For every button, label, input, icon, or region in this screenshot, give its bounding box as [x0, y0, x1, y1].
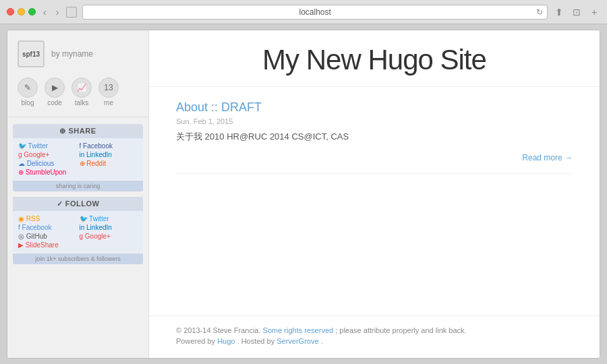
forward-button[interactable]: › [54, 7, 61, 18]
refresh-icon[interactable]: ↻ [536, 7, 543, 17]
footer-hosted-prefix: . Hosted by [237, 337, 275, 345]
sidebar-divider-1 [7, 117, 148, 117]
nav-me-label: me [104, 99, 113, 107]
code-icon: ▶ [45, 78, 65, 98]
nav-talks-label: talks [75, 99, 89, 107]
brand-area: spf13 by myname [7, 40, 148, 78]
follow-footer[interactable]: join 1k+ subscribers & followers [13, 253, 143, 264]
follow-rss[interactable]: ◉ RSS [18, 215, 77, 222]
post-item: About :: DRAFT Sun, Feb 1, 2015 关于我 2010… [176, 100, 573, 174]
share-grid: 🐦 Twitter f Facebook g Google+ in Linked… [18, 142, 138, 176]
footer-rights-suffix: ; please attribute properly and link bac… [335, 326, 466, 334]
follow-section: ✓ FOLLOW ◉ RSS 🐦 Twitter f Facebook in L… [13, 197, 143, 264]
follow-header: ✓ FOLLOW [13, 197, 143, 211]
footer-copyright: © 2013-14 Steve Francia. [176, 326, 261, 334]
follow-body: ◉ RSS 🐦 Twitter f Facebook in LinkedIn ◎… [13, 211, 143, 253]
me-icon: 13 [98, 78, 119, 98]
share-body: 🐦 Twitter f Facebook g Google+ in Linked… [13, 138, 143, 180]
follow-twitter[interactable]: 🐦 Twitter [80, 215, 138, 222]
nav-code-label: code [47, 99, 62, 107]
brand-logo[interactable]: spf13 [18, 40, 45, 67]
follow-grid: ◉ RSS 🐦 Twitter f Facebook in LinkedIn ◎… [18, 215, 138, 249]
follow-github[interactable]: ◎ GitHub [18, 233, 77, 240]
post-title[interactable]: About :: DRAFT [176, 100, 573, 115]
talks-icon: 📈 [71, 78, 92, 98]
main-content: My New Hugo Site About :: DRAFT Sun, Feb… [149, 30, 600, 358]
blog-icon: ✎ [18, 78, 38, 98]
new-window-icon[interactable]: + [588, 6, 600, 18]
nav-blog[interactable]: ✎ blog [18, 78, 38, 107]
post-date: Sun, Feb 1, 2015 [176, 117, 573, 125]
minimize-button[interactable] [18, 8, 25, 16]
bookmark-icon[interactable]: ⊡ [571, 6, 583, 18]
follow-facebook[interactable]: f Facebook [18, 224, 77, 231]
post-excerpt: 关于我 2010 HR@RUC 2014 CS@ICT, CAS [176, 131, 573, 143]
read-more-row: Read more → [176, 151, 573, 174]
follow-linkedin[interactable]: in LinkedIn [80, 224, 138, 231]
share-delicious[interactable]: ☁ Delicious [18, 160, 77, 167]
share-footer[interactable]: sharing is caring [13, 181, 143, 191]
url-text: localhost [299, 7, 330, 17]
footer-line-2: Powered by Hugo . Hosted by ServerGrove … [176, 337, 573, 345]
browser-chrome: ‹ › localhost ↻ ⬆ ⊡ + [0, 0, 607, 24]
share-icon[interactable]: ⬆ [553, 6, 565, 18]
share-stumbleupon[interactable]: ⊕ StumbleUpon [18, 169, 77, 176]
share-linkedin[interactable]: in LinkedIn [80, 151, 138, 158]
follow-slideshare[interactable]: ▶ SlideShare [18, 241, 77, 249]
share-facebook[interactable]: f Facebook [80, 142, 138, 150]
share-googleplus[interactable]: g Google+ [18, 151, 77, 158]
nav-talks[interactable]: 📈 talks [71, 78, 92, 107]
back-button[interactable]: ‹ [41, 7, 49, 18]
content-area: About :: DRAFT Sun, Feb 1, 2015 关于我 2010… [149, 87, 600, 315]
new-tab-button[interactable] [66, 7, 77, 18]
share-reddit[interactable]: ⊕ Reddit [80, 160, 138, 167]
close-button[interactable] [7, 8, 14, 16]
footer-rights-link[interactable]: Some rights reserved [263, 326, 334, 334]
address-bar[interactable]: localhost ↻ [82, 5, 548, 20]
nav-me[interactable]: 13 me [98, 78, 119, 107]
traffic-lights [7, 8, 36, 16]
footer-servergrove-link[interactable]: ServerGrove [277, 337, 318, 345]
nav-icons: ✎ blog ▶ code 📈 talks 13 me [7, 78, 148, 110]
brand-logo-text: spf13 [22, 51, 40, 58]
footer-hosted-suffix: . [321, 337, 323, 345]
nav-code[interactable]: ▶ code [45, 78, 65, 107]
site-header: My New Hugo Site [149, 30, 600, 87]
brand-byline: by myname [51, 49, 93, 59]
read-more-link[interactable]: Read more → [522, 153, 573, 162]
share-section: ⊕ SHARE 🐦 Twitter f Facebook g Google+ i… [13, 124, 143, 191]
footer-powered-prefix: Powered by [176, 337, 215, 345]
site-footer: © 2013-14 Steve Francia. Some rights res… [149, 315, 600, 358]
site-title: My New Hugo Site [176, 44, 573, 76]
follow-googleplus[interactable]: g Google+ [80, 233, 138, 240]
footer-line-1: © 2013-14 Steve Francia. Some rights res… [176, 326, 573, 334]
maximize-button[interactable] [28, 8, 36, 16]
sidebar: spf13 by myname ✎ blog ▶ code 📈 talks 13… [7, 30, 149, 358]
share-header: ⊕ SHARE [13, 124, 143, 138]
nav-blog-label: blog [22, 99, 34, 107]
footer-hugo-link[interactable]: Hugo [217, 337, 235, 345]
share-twitter[interactable]: 🐦 Twitter [18, 142, 77, 150]
